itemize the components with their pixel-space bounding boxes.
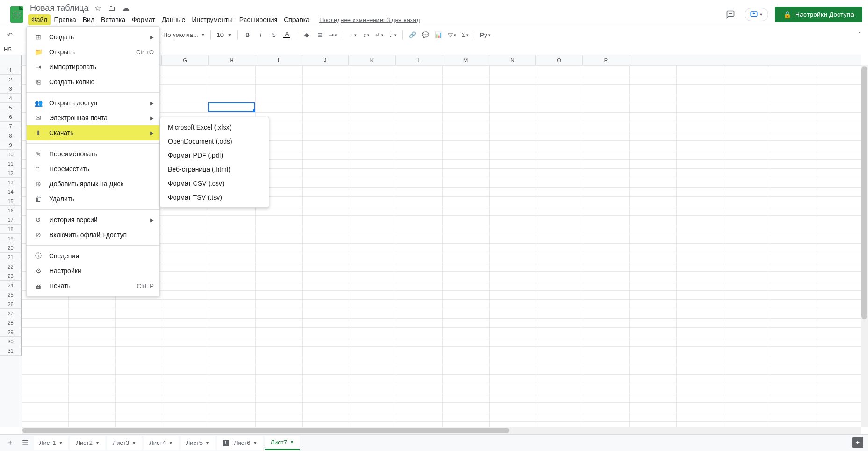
row-header-14[interactable]: 14 (0, 187, 22, 196)
menu-справка[interactable]: Справка (281, 14, 313, 25)
row-header-5[interactable]: 5 (0, 103, 22, 112)
fill-color-icon[interactable]: ◆ (301, 29, 313, 41)
borders-icon[interactable]: ⊞ (314, 29, 326, 41)
download-option[interactable]: Формат TSV (.tsv) (160, 190, 269, 204)
file-menu-item[interactable]: ⊞Создать▶ (27, 29, 159, 44)
text-color-icon[interactable]: A (281, 29, 293, 41)
present-button[interactable]: ▼ (745, 8, 768, 21)
file-menu-item[interactable]: ⎘Создать копию (27, 74, 159, 89)
col-header-M[interactable]: M (442, 55, 489, 65)
bold-icon[interactable]: B (241, 29, 253, 41)
all-sheets-button[interactable]: ☰ (19, 436, 32, 450)
horizontal-scrollbar[interactable] (22, 427, 861, 434)
add-sheet-button[interactable]: ＋ (4, 436, 17, 450)
col-header-G[interactable]: G (162, 55, 209, 65)
file-menu-item[interactable]: 🗀Переместить (27, 161, 159, 176)
row-header-1[interactable]: 1 (0, 65, 22, 75)
name-box[interactable]: H5 (4, 46, 24, 53)
functions-icon[interactable]: Σ▾ (459, 29, 471, 41)
row-header-28[interactable]: 28 (0, 318, 22, 327)
merge-cells-icon[interactable]: ⇥▾ (327, 29, 339, 41)
row-header-9[interactable]: 9 (0, 140, 22, 150)
chart-icon[interactable]: 📊 (433, 29, 445, 41)
row-header-29[interactable]: 29 (0, 327, 22, 337)
last-edit-link[interactable]: Последнее изменение: 3 дня назад (319, 16, 420, 23)
hscroll-thumb[interactable] (22, 428, 509, 433)
cloud-icon[interactable]: ☁ (122, 4, 130, 13)
row-header-15[interactable]: 15 (0, 196, 22, 206)
star-icon[interactable]: ☆ (94, 4, 102, 13)
menu-инструменты[interactable]: Инструменты (188, 14, 236, 25)
undo-icon[interactable]: ↶ (4, 29, 16, 41)
sheet-tab[interactable]: Лист5▼ (181, 436, 215, 450)
sheet-tab[interactable]: Лист7▼ (265, 436, 299, 450)
row-header-10[interactable]: 10 (0, 150, 22, 159)
col-header-K[interactable]: K (349, 55, 396, 65)
comment-icon[interactable]: 💬 (420, 29, 432, 41)
menu-данные[interactable]: Данные (159, 14, 189, 25)
menu-формат[interactable]: Формат (129, 14, 159, 25)
py-icon[interactable]: Ру▾ (479, 29, 491, 41)
row-header-4[interactable]: 4 (0, 94, 22, 103)
file-menu-item[interactable]: ⓘСведения (27, 248, 159, 263)
italic-icon[interactable]: I (254, 29, 267, 41)
row-header-27[interactable]: 27 (0, 309, 22, 318)
font-size-selector[interactable]: 10 ▼ (215, 31, 233, 38)
explore-button[interactable]: ✦ (852, 437, 863, 448)
row-header-21[interactable]: 21 (0, 253, 22, 262)
selected-cell[interactable] (208, 102, 255, 112)
col-header-J[interactable]: J (302, 55, 349, 65)
col-header-O[interactable]: O (536, 55, 583, 65)
rotate-icon[interactable]: ⤸▾ (386, 29, 398, 41)
sheet-tab[interactable]: Лист1▼ (34, 436, 68, 450)
col-header-I[interactable]: I (255, 55, 302, 65)
file-menu-item[interactable]: ⬇Скачать▶ (27, 125, 159, 140)
font-selector[interactable]: По умолча... ▼ (161, 31, 207, 38)
row-header-6[interactable]: 6 (0, 112, 22, 122)
download-option[interactable]: Microsoft Excel (.xlsx) (160, 120, 269, 134)
menu-файл[interactable]: Файл (28, 14, 51, 25)
row-header-18[interactable]: 18 (0, 225, 22, 234)
vertical-scrollbar[interactable] (861, 65, 868, 427)
menu-вид[interactable]: Вид (80, 14, 98, 25)
wrap-icon[interactable]: ↵▾ (373, 29, 385, 41)
sheet-tab[interactable]: Лист6▼ (217, 436, 263, 450)
col-header-H[interactable]: H (209, 55, 255, 65)
file-menu-item[interactable]: ✎Переименовать (27, 146, 159, 161)
menu-вставка[interactable]: Вставка (98, 14, 129, 25)
file-menu-item[interactable]: ⊕Добавить ярлык на Диск (27, 176, 159, 191)
row-header-25[interactable]: 25 (0, 290, 22, 299)
row-header-19[interactable]: 19 (0, 234, 22, 243)
chevron-down-icon[interactable]: ▼ (169, 441, 173, 445)
row-header-22[interactable]: 22 (0, 262, 22, 271)
vscroll-thumb[interactable] (861, 66, 867, 319)
row-header-20[interactable]: 20 (0, 243, 22, 253)
row-header-3[interactable]: 3 (0, 84, 22, 94)
row-header-26[interactable]: 26 (0, 299, 22, 309)
download-option[interactable]: Веб-страница (.html) (160, 162, 269, 176)
link-icon[interactable]: 🔗 (406, 29, 419, 41)
file-menu-item[interactable]: 🗑Удалить (27, 191, 159, 206)
select-all-corner[interactable] (0, 55, 22, 65)
download-option[interactable]: Формат PDF (.pdf) (160, 148, 269, 162)
move-icon[interactable]: 🗀 (108, 4, 116, 13)
row-header-11[interactable]: 11 (0, 159, 22, 168)
row-header-23[interactable]: 23 (0, 271, 22, 281)
row-header-17[interactable]: 17 (0, 215, 22, 225)
col-header-N[interactable]: N (489, 55, 536, 65)
chevron-down-icon[interactable]: ▼ (290, 440, 294, 444)
row-header-30[interactable]: 30 (0, 337, 22, 346)
file-menu-item[interactable]: ✉Электронная почта▶ (27, 110, 159, 125)
file-menu-item[interactable]: ↺История версий▶ (27, 212, 159, 227)
comments-icon[interactable] (723, 7, 738, 22)
chevron-down-icon[interactable]: ▼ (132, 441, 136, 445)
sheets-logo-icon[interactable] (10, 6, 23, 23)
file-menu-item[interactable]: ⊘Включить офлайн-доступ (27, 227, 159, 242)
row-header-16[interactable]: 16 (0, 206, 22, 215)
strikethrough-icon[interactable]: S (268, 29, 280, 41)
col-header-L[interactable]: L (396, 55, 442, 65)
collapse-toolbar-icon[interactable]: ˆ (855, 30, 864, 40)
row-header-2[interactable]: 2 (0, 75, 22, 84)
row-header-13[interactable]: 13 (0, 178, 22, 187)
row-header-31[interactable]: 31 (0, 346, 22, 356)
